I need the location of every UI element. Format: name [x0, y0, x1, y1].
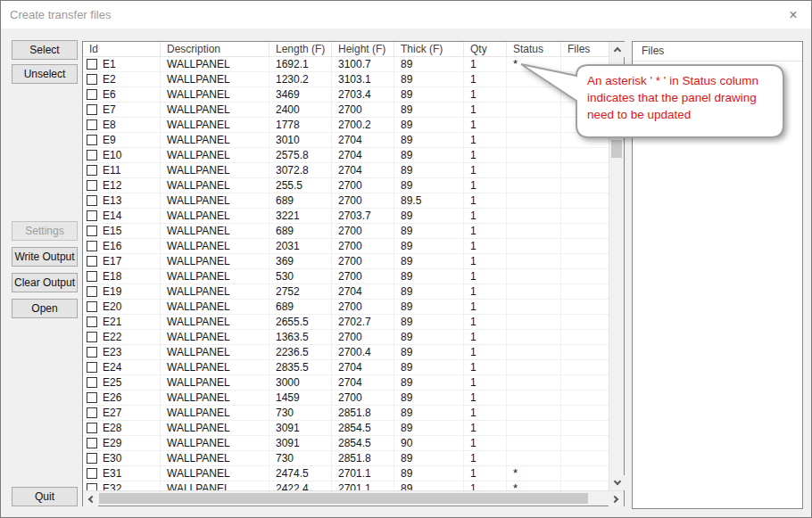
- cell-length: 3010: [269, 133, 332, 147]
- row-checkbox[interactable]: [87, 407, 97, 418]
- row-checkbox[interactable]: [87, 119, 97, 130]
- table-row[interactable]: E19 WALLPANEL 2752 2704 89 1: [83, 284, 609, 300]
- row-checkbox[interactable]: [87, 377, 97, 388]
- cell-files: [561, 224, 609, 238]
- column-header-status[interactable]: Status: [507, 42, 561, 56]
- scroll-left-button[interactable]: [83, 491, 98, 506]
- column-header-id[interactable]: Id: [83, 42, 161, 56]
- table-row[interactable]: E7 WALLPANEL 2400 2700 89 1: [83, 103, 609, 118]
- row-checkbox[interactable]: [87, 256, 97, 267]
- quit-button[interactable]: Quit: [12, 487, 78, 506]
- cell-height: 2704: [332, 133, 394, 147]
- table-row[interactable]: E16 WALLPANEL 2031 2700 89 1: [83, 239, 609, 254]
- close-icon[interactable]: ×: [783, 4, 804, 26]
- row-checkbox[interactable]: [87, 362, 97, 373]
- clear-output-button[interactable]: Clear Output: [12, 273, 78, 292]
- table-row[interactable]: E8 WALLPANEL 1778 2700.2 89 1: [83, 118, 609, 133]
- cell-id: E2: [83, 72, 161, 86]
- column-header-thick[interactable]: Thick (F): [394, 42, 464, 56]
- table-row[interactable]: E14 WALLPANEL 3221 2703.7 89 1: [83, 209, 609, 224]
- table-row[interactable]: E12 WALLPANEL 255.5 2700 89 1: [83, 178, 609, 193]
- table-row[interactable]: E24 WALLPANEL 2835.5 2704 89 1: [83, 360, 609, 375]
- cell-description: WALLPANEL: [161, 375, 269, 390]
- vertical-scroll-thumb[interactable]: [611, 140, 622, 158]
- row-checkbox[interactable]: [87, 104, 97, 115]
- table-row[interactable]: E15 WALLPANEL 689 2700 89 1: [83, 224, 609, 239]
- table-row[interactable]: E29 WALLPANEL 3091 2854.5 90 1: [83, 436, 609, 451]
- cell-description: WALLPANEL: [161, 103, 269, 117]
- table-row[interactable]: E32 WALLPANEL 2422.4 2701.1 89 1 *: [83, 481, 609, 490]
- table-row[interactable]: E20 WALLPANEL 689 2700 89 1: [83, 300, 609, 315]
- column-header-description[interactable]: Description: [161, 42, 269, 56]
- cell-qty: 1: [464, 391, 507, 405]
- vertical-scrollbar[interactable]: [609, 42, 624, 490]
- table-row[interactable]: E18 WALLPANEL 530 2700 89 1: [83, 269, 609, 284]
- scroll-right-button[interactable]: [609, 491, 624, 506]
- table-row[interactable]: E6 WALLPANEL 3469 2703.4 89 1: [83, 87, 609, 103]
- row-checkbox[interactable]: [87, 150, 97, 160]
- column-header-length[interactable]: Length (F): [269, 42, 332, 56]
- row-checkbox[interactable]: [87, 332, 97, 342]
- row-checkbox[interactable]: [87, 392, 97, 403]
- table-row[interactable]: E30 WALLPANEL 730 2851.8 89 1: [83, 451, 609, 466]
- cell-status: *: [507, 57, 561, 71]
- row-checkbox[interactable]: [87, 89, 97, 100]
- cell-length: 730: [269, 451, 332, 465]
- files-panel-header[interactable]: Files: [633, 42, 802, 62]
- column-header-qty[interactable]: Qty: [464, 42, 507, 56]
- row-checkbox[interactable]: [87, 241, 97, 251]
- row-checkbox[interactable]: [87, 438, 97, 448]
- row-checkbox[interactable]: [87, 468, 97, 479]
- table-row[interactable]: E13 WALLPANEL 689 2700 89.5 1: [83, 193, 609, 209]
- cell-description: WALLPANEL: [161, 421, 269, 435]
- table-row[interactable]: E2 WALLPANEL 1230.2 3103.1 89 1: [83, 72, 609, 87]
- row-checkbox[interactable]: [87, 271, 97, 282]
- row-id-label: E14: [103, 209, 121, 223]
- horizontal-scroll-thumb[interactable]: [99, 493, 588, 504]
- table-row[interactable]: E22 WALLPANEL 1363.5 2700 89 1: [83, 330, 609, 345]
- row-checkbox[interactable]: [87, 210, 97, 221]
- cell-thick: 89: [394, 315, 464, 329]
- row-checkbox[interactable]: [87, 286, 97, 297]
- row-checkbox[interactable]: [87, 347, 97, 358]
- scroll-up-button[interactable]: [609, 42, 625, 57]
- row-checkbox[interactable]: [87, 74, 97, 85]
- row-checkbox[interactable]: [87, 483, 97, 490]
- horizontal-scrollbar[interactable]: [83, 490, 624, 506]
- table-row[interactable]: E26 WALLPANEL 1459 2700 89 1: [83, 391, 609, 406]
- table-row[interactable]: E11 WALLPANEL 3072.8 2704 89 1: [83, 163, 609, 178]
- row-checkbox[interactable]: [87, 453, 97, 464]
- table-row[interactable]: E25 WALLPANEL 3000 2704 89 1: [83, 375, 609, 391]
- row-checkbox[interactable]: [87, 165, 97, 176]
- cell-thick: 89: [394, 118, 464, 132]
- row-checkbox[interactable]: [87, 317, 97, 327]
- table-row[interactable]: E10 WALLPANEL 2575.8 2704 89 1: [83, 148, 609, 163]
- cell-status: *: [507, 481, 561, 490]
- select-button[interactable]: Select: [12, 40, 78, 60]
- cell-id: E28: [83, 421, 161, 435]
- column-header-files[interactable]: Files: [561, 42, 609, 56]
- table-row[interactable]: E31 WALLPANEL 2474.5 2701.1 89 1 *: [83, 466, 609, 481]
- table-row[interactable]: E17 WALLPANEL 369 2700 89 1: [83, 254, 609, 269]
- row-checkbox[interactable]: [87, 226, 97, 236]
- row-checkbox[interactable]: [87, 195, 97, 206]
- cell-status: [507, 163, 561, 177]
- column-header-height[interactable]: Height (F): [332, 42, 394, 56]
- table-row[interactable]: E1 WALLPANEL 1692.1 3100.7 89 1 *: [83, 57, 609, 72]
- table-row[interactable]: E28 WALLPANEL 3091 2854.5 89 1: [83, 421, 609, 436]
- scroll-down-button[interactable]: [609, 475, 625, 490]
- row-checkbox[interactable]: [87, 423, 97, 433]
- row-checkbox[interactable]: [87, 135, 97, 145]
- open-button[interactable]: Open: [12, 299, 78, 318]
- table-row[interactable]: E23 WALLPANEL 2236.5 2700.4 89 1: [83, 345, 609, 360]
- write-output-button[interactable]: Write Output: [12, 247, 78, 267]
- cell-length: 730: [269, 406, 332, 420]
- table-row[interactable]: E9 WALLPANEL 3010 2704 89 1: [83, 133, 609, 148]
- row-checkbox[interactable]: [87, 180, 97, 191]
- cell-length: 1230.2: [269, 72, 332, 86]
- row-checkbox[interactable]: [87, 59, 97, 70]
- table-row[interactable]: E27 WALLPANEL 730 2851.8 89 1: [83, 406, 609, 421]
- table-row[interactable]: E21 WALLPANEL 2655.5 2702.7 89 1: [83, 315, 609, 330]
- unselect-button[interactable]: Unselect: [12, 64, 78, 84]
- row-checkbox[interactable]: [87, 301, 97, 312]
